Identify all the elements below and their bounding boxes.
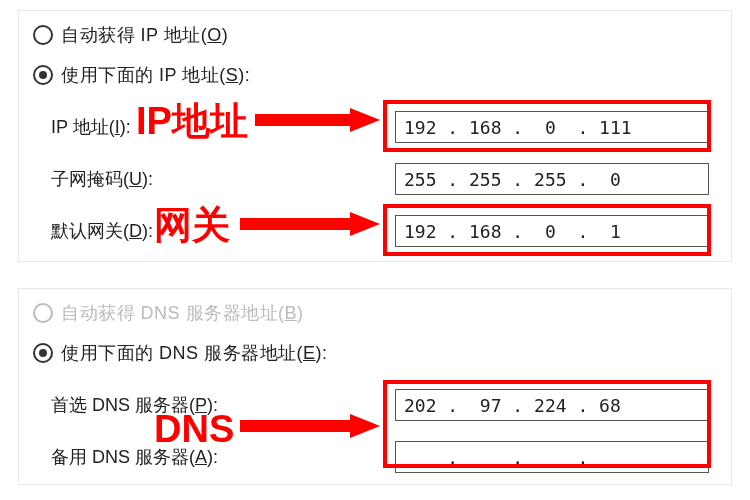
svg-marker-0 <box>255 108 380 132</box>
ip-auto-row[interactable]: 自动获得 IP 地址(O) <box>33 23 228 47</box>
highlight-gw-box <box>383 204 711 256</box>
radio-icon <box>33 25 53 45</box>
radio-checked-icon <box>33 65 53 85</box>
radio-disabled-icon <box>33 303 53 323</box>
dns-auto-label: 自动获得 DNS 服务器地址(B) <box>61 301 304 325</box>
arrow-icon <box>255 108 380 132</box>
annotation-gw: 网关 <box>154 200 230 251</box>
annotation-ip: IP地址 <box>136 96 248 147</box>
highlight-dns-box <box>383 380 711 468</box>
ip-address-label: IP 地址(I): <box>51 115 131 139</box>
svg-marker-2 <box>240 414 380 438</box>
dns-manual-row[interactable]: 使用下面的 DNS 服务器地址(E): <box>33 341 328 365</box>
ip-auto-label: 自动获得 IP 地址(O) <box>61 23 228 47</box>
subnet-mask-label: 子网掩码(U): <box>51 167 153 191</box>
ip-manual-label: 使用下面的 IP 地址(S): <box>61 63 250 87</box>
arrow-icon <box>240 212 380 236</box>
subnet-mask-input[interactable]: 255 . 255 . 255 . 0 <box>395 163 709 195</box>
arrow-icon <box>240 414 380 438</box>
svg-marker-1 <box>240 212 380 236</box>
annotation-dns: DNS <box>154 408 234 451</box>
dns-manual-label: 使用下面的 DNS 服务器地址(E): <box>61 341 328 365</box>
highlight-ip-box <box>383 100 711 152</box>
dns-auto-row[interactable]: 自动获得 DNS 服务器地址(B) <box>33 301 304 325</box>
radio-checked-icon <box>33 343 53 363</box>
ip-manual-row[interactable]: 使用下面的 IP 地址(S): <box>33 63 250 87</box>
gateway-label: 默认网关(D): <box>51 219 153 243</box>
